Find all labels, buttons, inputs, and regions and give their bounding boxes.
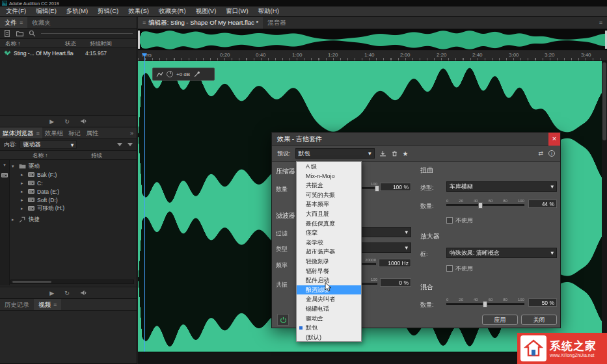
expander-icon[interactable]: ▸	[12, 217, 16, 222]
close-icon[interactable]: ×	[548, 133, 560, 146]
preset-option[interactable]: 驱动盒	[297, 314, 361, 324]
play-icon[interactable]: ▶	[49, 118, 54, 125]
delete-preset-icon[interactable]	[391, 150, 398, 157]
tab-video[interactable]: 视频 ≡	[34, 299, 61, 310]
menu-effects[interactable]: 效果(S)	[128, 7, 149, 16]
mix-amount-slider[interactable]: 020406080100	[446, 298, 524, 308]
media-hscrollbar[interactable]	[10, 280, 134, 284]
slider-handle[interactable]	[375, 185, 379, 192]
freq-value[interactable]: 1000 Hz	[379, 259, 411, 267]
panel-menu-icon[interactable]: ≡	[20, 17, 23, 29]
content-select[interactable]: 驱动器▾	[20, 140, 77, 149]
tab-history[interactable]: 历史记录	[0, 299, 34, 310]
amp-bypass[interactable]: 不使用	[446, 265, 473, 273]
preset-option[interactable]: 最低保真度	[297, 219, 361, 229]
distortion-amount-value[interactable]: 44 %	[528, 200, 557, 208]
favorite-star-icon[interactable]: ★	[403, 150, 409, 157]
preset-option[interactable]: 锡罐电话	[297, 304, 361, 314]
pin-icon[interactable]	[193, 71, 200, 78]
envelope-icon[interactable]	[156, 71, 163, 78]
tree-root-shortcuts[interactable]: ▸ 快捷	[12, 215, 134, 224]
import-file-icon[interactable]	[4, 30, 11, 37]
menu-file[interactable]: 文件(F)	[6, 7, 26, 16]
col-name[interactable]: 名称 ↑	[0, 151, 91, 159]
search-input[interactable]	[41, 33, 133, 34]
tree-root-drives[interactable]: ▾ 驱动	[12, 162, 134, 170]
overview-waveform-canvas[interactable]	[138, 30, 606, 50]
preset-option[interactable]: 共振盒	[297, 181, 361, 190]
scroll-thumb[interactable]	[12, 281, 51, 283]
menu-favorites[interactable]: 收藏夹(R)	[159, 7, 186, 16]
file-row[interactable]: Sting -... Of My Heart.flac * 4:15.957	[0, 48, 137, 58]
filter-alt-icon[interactable]	[128, 143, 133, 146]
distortion-type-dropdown[interactable]: 车库模糊▾	[446, 181, 557, 192]
info-icon[interactable]: i	[548, 150, 555, 157]
rail-drive-icon[interactable]	[1, 173, 8, 177]
loop-icon[interactable]: ↻	[64, 290, 70, 296]
preset-option[interactable]: A 级	[297, 162, 361, 172]
routing-icon[interactable]: ⇄	[538, 150, 543, 157]
menu-edit[interactable]: 编辑(E)	[36, 7, 57, 16]
tree-row[interactable]: ▸ Data (E:)	[12, 187, 134, 196]
tab-media-browser[interactable]: 媒体浏览器 ≡	[0, 127, 42, 138]
tab-markers[interactable]: 标记	[66, 127, 83, 138]
checkbox-icon[interactable]	[446, 217, 453, 224]
tab-effects-rack[interactable]: 效果组	[42, 127, 66, 138]
expander-icon[interactable]: ▸	[21, 206, 25, 211]
tab-editor[interactable]: ≡ 编辑器: Sting - Shape Of My Heart.flac *	[138, 17, 263, 29]
tree-row[interactable]: ▸ C:	[12, 179, 134, 187]
preset-option[interactable]: Mix-n-Mojo	[297, 172, 361, 181]
tab-mixer[interactable]: 混音器	[263, 17, 291, 29]
mix-amount-value[interactable]: 50 %	[528, 298, 557, 307]
filter-icon[interactable]	[117, 143, 122, 146]
preset-option[interactable]: 金属尖叫者	[297, 294, 361, 304]
playhead-marker[interactable]	[142, 53, 147, 57]
slider-handle[interactable]	[483, 301, 487, 307]
effect-power-toggle[interactable]	[277, 314, 289, 326]
tab-properties[interactable]: 属性	[83, 127, 101, 138]
col-status[interactable]: 状态	[65, 39, 90, 47]
tab-favorites[interactable]: 收藏夹	[27, 17, 55, 28]
preset-option-selected[interactable]: 默包	[297, 323, 361, 333]
tree-row[interactable]: ▸ Soft (D:)	[12, 196, 134, 204]
speaker-icon[interactable]	[80, 289, 87, 296]
amp-box-dropdown[interactable]: 特殊效果: 清晰概念▾	[446, 248, 557, 258]
preset-option[interactable]: (默认)	[297, 333, 361, 343]
preset-option[interactable]: 基本频率	[297, 200, 361, 209]
scroll-thumb[interactable]	[602, 62, 606, 140]
editor-panel-menu[interactable]: ≡	[595, 17, 607, 29]
expander-icon[interactable]: ▸	[21, 198, 25, 203]
tree-row[interactable]: ▸ Bak (F:)	[12, 170, 134, 179]
preset-option[interactable]: 辐射早餐	[297, 266, 361, 276]
tab-overflow[interactable]: »	[127, 127, 137, 138]
close-button[interactable]: 关闭	[521, 315, 557, 325]
menu-multitrack[interactable]: 多轨(M)	[66, 7, 88, 16]
playhead-line[interactable]	[144, 57, 145, 352]
expander-icon[interactable]: ▾	[12, 164, 16, 169]
distortion-amount-slider[interactable]: 020406080100	[446, 199, 524, 209]
preset-dropdown[interactable]: 默包 ▾	[295, 148, 375, 159]
preset-option[interactable]: 轻微刻录	[297, 257, 361, 266]
preset-option[interactable]: 大而且脏	[297, 209, 361, 219]
editor-vscrollbar[interactable]	[602, 61, 607, 352]
apply-button[interactable]: 应用	[482, 315, 518, 325]
expander-icon[interactable]: ▸	[21, 189, 25, 194]
resonance-value[interactable]: 0 %	[380, 278, 411, 287]
col-duration[interactable]: 持续	[91, 151, 102, 159]
checkbox-icon[interactable]	[446, 265, 453, 272]
save-preset-icon[interactable]	[379, 150, 386, 157]
preset-option[interactable]: 老学校	[297, 238, 361, 248]
play-icon[interactable]: ▶	[49, 290, 54, 296]
menu-window[interactable]: 窗口(W)	[226, 7, 248, 16]
preset-option[interactable]: 超市扬声器	[297, 247, 361, 257]
expander-icon[interactable]: ▸	[21, 172, 25, 177]
col-name[interactable]: 名称 ↑	[0, 39, 65, 47]
search-icon[interactable]	[29, 30, 36, 37]
loop-icon[interactable]: ↻	[64, 118, 70, 125]
tree-row[interactable]: ▸ 可移动 (H:)	[12, 204, 134, 213]
waveform-overview[interactable]	[138, 29, 607, 51]
preset-option[interactable]: 痉挛	[297, 228, 361, 238]
expander-icon[interactable]: ▸	[21, 181, 25, 186]
preset-dropdown-list[interactable]: A 级 Mix-n-Mojo 共振盒 可笑的共振 基本频率 大而且脏 最低保真度…	[296, 161, 362, 342]
comp-amount-value[interactable]: 100 %	[380, 183, 411, 191]
